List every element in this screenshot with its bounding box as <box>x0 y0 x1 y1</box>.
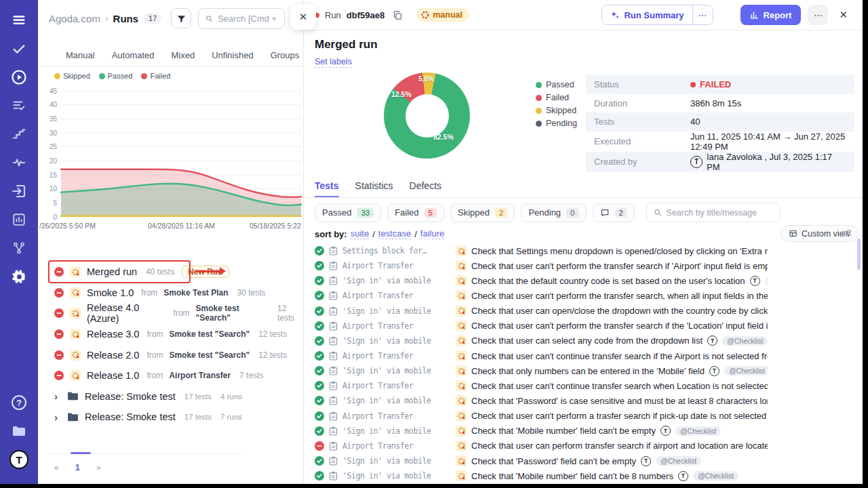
run-group-row[interactable]: ›Release: Smoke test17 tests4 runs <box>38 386 303 407</box>
chevron-right-icon[interactable]: › <box>54 411 61 423</box>
view-settings-icon[interactable] <box>842 228 852 239</box>
play-circle-icon[interactable] <box>8 66 30 88</box>
test-row[interactable]: 'Sign in' via mobileCheck that 'Password… <box>315 453 768 468</box>
donut-legend-pending: Pending <box>536 119 577 128</box>
failed-dash-icon <box>54 329 64 339</box>
run-row[interactable]: Release 4.0 (Azure)fromSmoke test "Searc… <box>38 303 303 324</box>
legend-item-failed: Failed <box>141 72 170 80</box>
assignee-avatar: T <box>641 456 651 466</box>
run-from-label: from <box>146 329 163 339</box>
folder-icon[interactable] <box>8 420 30 442</box>
run-name: Release 3.0 <box>87 329 139 340</box>
filter-button[interactable] <box>171 8 191 28</box>
filter-chip-pending[interactable]: Pending0 <box>521 203 586 222</box>
test-runs-icon[interactable] <box>8 180 30 202</box>
test-row[interactable]: 'Sign in' via mobileCheck that user can … <box>315 333 768 348</box>
run-summary-button[interactable]: Run Summary <box>602 5 692 24</box>
testcase-clipboard-icon <box>329 261 338 270</box>
breadcrumb-project[interactable]: Agoda.com <box>49 13 100 24</box>
test-row[interactable]: 'Sign in' via mobileCheck that 'Mobile n… <box>315 468 768 483</box>
tab-tests[interactable]: Tests <box>315 180 339 197</box>
test-row[interactable]: Airport TransferCheck that user can't pe… <box>315 319 768 333</box>
group-tests-count: 17 tests <box>184 392 212 401</box>
test-row[interactable]: Settings block for…Check that Settings m… <box>315 243 768 258</box>
filter-chip-comments[interactable]: 2 <box>593 203 635 222</box>
copy-icon <box>393 10 403 20</box>
steps-icon[interactable] <box>8 123 30 145</box>
panel-close-button[interactable]: ✕ <box>290 4 316 30</box>
run-filter-tab-manual[interactable]: Manual <box>66 50 95 60</box>
status-filter-chips: Passed33Failed5Skipped2Pending02 <box>315 203 781 222</box>
run-row[interactable]: Release 2.0fromSmoke test "Search"12 tes… <box>38 344 303 365</box>
test-row[interactable]: 'Sign in' via mobileCheck that user can … <box>315 304 768 319</box>
list-check-icon[interactable] <box>8 95 30 117</box>
test-row[interactable]: Airport TransferCheck that user can perf… <box>315 439 768 453</box>
chevron-right-icon[interactable]: › <box>54 390 61 402</box>
run-filter-tab-unfinished[interactable]: Unfinished <box>212 50 253 60</box>
close-icon: ✕ <box>299 11 308 23</box>
donut-label-failed: 12.5% <box>391 90 412 98</box>
passed-check-icon <box>315 276 324 285</box>
pagination-page-1[interactable]: 1 <box>75 462 80 472</box>
menu-icon[interactable] <box>8 9 30 31</box>
run-source-plan: Smoke test "Search" <box>169 329 250 339</box>
group-runs-count: 7 runs <box>220 413 242 421</box>
test-row[interactable]: Airport TransferCheck that user can't co… <box>315 378 768 393</box>
user-avatar[interactable]: T <box>8 449 30 470</box>
tab-statistics[interactable]: Statistics <box>355 180 393 197</box>
copy-run-id-button[interactable] <box>390 7 406 23</box>
test-row[interactable]: 'Sign in' via mobileCheck that 'Mobile n… <box>315 424 768 439</box>
test-row[interactable]: 'Sign in' via mobileCheck that 'Password… <box>315 393 768 408</box>
tests-search[interactable] <box>646 203 781 222</box>
test-row[interactable]: 'Sign in' via mobileCheck that the defau… <box>315 273 768 288</box>
test-row[interactable]: Airport TransferCheck that user can't pe… <box>315 258 768 273</box>
runs-history-chart: 454035302520151050 <box>42 85 302 221</box>
run-row[interactable]: Smoke 1.0fromSmoke Test Plan30 tests <box>38 283 303 304</box>
tab-defects[interactable]: Defects <box>410 180 441 197</box>
scrollbar-thumb[interactable] <box>857 239 861 270</box>
test-row[interactable]: Airport TransferCheck that user can't pe… <box>315 288 768 303</box>
funnel-icon <box>176 14 186 24</box>
run-summary-more-button[interactable]: ⋯ <box>692 5 713 24</box>
set-labels-link[interactable]: Set labels <box>315 57 352 68</box>
run-tests-count: 12 tests <box>258 329 287 339</box>
search-input[interactable] <box>218 14 277 24</box>
run-row[interactable]: Release 1.0fromAirport Transfer7 tests <box>38 365 303 386</box>
help-icon[interactable]: ? <box>8 392 30 413</box>
passed-check-icon <box>315 321 324 331</box>
runs-search[interactable] <box>198 8 285 29</box>
donut-label-passed: 82.5% <box>433 133 454 141</box>
testcase-clipboard-icon <box>329 366 338 375</box>
legend-label: Pending <box>546 119 577 128</box>
test-row[interactable]: Airport TransferCheck that user can't pe… <box>315 409 768 424</box>
detail-close-button[interactable]: ✕ <box>835 6 852 24</box>
run-filter-tab-automated[interactable]: Automated <box>112 50 155 60</box>
spinner-glyph <box>458 322 465 329</box>
report-button[interactable]: Report <box>741 5 802 25</box>
run-summary-group: Run Summary ⋯ <box>601 5 713 25</box>
activity-pulse-icon[interactable] <box>8 152 30 174</box>
settings-gear-icon[interactable] <box>8 266 30 287</box>
checkmark-icon[interactable] <box>8 38 30 60</box>
filter-chip-failed[interactable]: Failed5 <box>387 203 444 222</box>
tests-search-input[interactable] <box>667 208 773 218</box>
pagination-next[interactable]: » <box>96 463 101 472</box>
run-row[interactable]: Release 3.0fromSmoke test "Search"12 tes… <box>38 324 303 345</box>
spinner-glyph <box>72 268 79 276</box>
test-row[interactable]: 'Sign in' via mobileCheck that only numb… <box>315 363 768 378</box>
reports-icon[interactable] <box>8 209 30 230</box>
sort-link-failure[interactable]: failure <box>420 228 444 239</box>
run-group-row[interactable]: ›Release: Smoke test17 tests7 runs <box>38 407 303 428</box>
test-row[interactable]: Airport TransferCheck that user can't co… <box>315 348 768 363</box>
branch-icon[interactable] <box>8 237 30 259</box>
filter-chip-passed[interactable]: Passed33 <box>315 203 381 222</box>
more-actions-button[interactable]: ⋯ <box>808 5 828 25</box>
filter-chip-skipped[interactable]: Skipped2 <box>450 203 515 222</box>
sort-link-testcase[interactable]: testcase <box>378 228 411 239</box>
run-filter-tab-groups[interactable]: Groups <box>271 50 300 60</box>
test-suite-name: Airport Transfer <box>342 441 451 451</box>
run-row[interactable]: Merged run40 testsNew Run <box>38 262 303 283</box>
sort-link-suite[interactable]: suite <box>351 228 369 239</box>
pagination-prev[interactable]: « <box>54 463 59 472</box>
run-filter-tab-mixed[interactable]: Mixed <box>172 50 195 60</box>
